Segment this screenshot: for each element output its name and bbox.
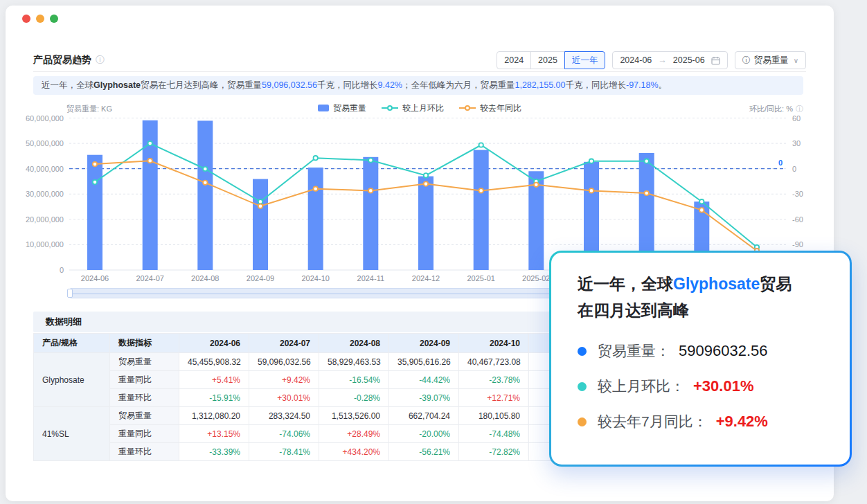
value-cell: -0.28% — [319, 389, 389, 407]
header-divider — [33, 71, 806, 72]
insight-popup: 近一年，全球Glyphosate贸易在四月达到高峰 贸易重量：59096032.… — [549, 251, 852, 467]
year-filter-2024[interactable]: 2024 — [497, 51, 531, 69]
svg-text:2024-06: 2024-06 — [81, 274, 109, 282]
svg-text:2024-08: 2024-08 — [191, 274, 219, 282]
svg-text:30: 30 — [792, 139, 801, 147]
summary-banner: 近一年，全球Glyphosate贸易在七月达到高峰，贸易重量59,096,032… — [33, 76, 803, 95]
summary-segment: 9.42% — [378, 80, 402, 90]
svg-text:30,000,000: 30,000,000 — [26, 190, 64, 198]
value-cell: -78.41% — [249, 443, 319, 461]
summary-segment: -97.18% — [626, 80, 659, 90]
bullet-dot-icon — [578, 347, 587, 356]
metric-cell: 重量环比 — [110, 443, 179, 461]
popup-metric-item: 较去年7月同比：+9.42% — [578, 412, 832, 431]
column-header: 2024-09 — [389, 334, 459, 353]
bullet-dot-icon — [578, 382, 587, 391]
value-cell: 662,704.24 — [389, 407, 459, 425]
calendar-icon — [711, 56, 720, 65]
metric-cell: 贸易重量 — [110, 353, 179, 371]
popup-metric-label: 较去年7月同比： — [598, 412, 708, 431]
value-cell: -15.91% — [179, 389, 249, 407]
minimize-window-button[interactable] — [36, 15, 44, 23]
value-cell: 59,096,032.56 — [249, 353, 319, 371]
value-cell: -33.39% — [179, 443, 249, 461]
info-circle-icon: ⓘ — [742, 55, 751, 66]
svg-text:0: 0 — [792, 165, 796, 173]
svg-text:50,000,000: 50,000,000 — [26, 139, 64, 147]
svg-text:0: 0 — [778, 159, 783, 167]
page-title-text: 产品贸易趋势 — [33, 54, 91, 66]
insight-popup-body: 近一年，全球Glyphosate贸易在四月达到高峰 贸易重量：59096032.… — [551, 253, 850, 465]
svg-text:2024-11: 2024-11 — [357, 274, 385, 282]
value-cell: -16.54% — [319, 371, 389, 389]
column-header: 数据指标 — [110, 334, 179, 353]
zoom-slider-handle[interactable] — [67, 289, 73, 298]
product-cell: 41%SL — [34, 407, 110, 461]
popup-metric-value: +30.01% — [693, 377, 753, 395]
year-filter-2025[interactable]: 2025 — [530, 51, 565, 69]
popup-title-line: 在四月达到高峰 — [578, 297, 832, 323]
value-cell: -39.07% — [389, 389, 459, 407]
metric-cell: 重量同比 — [110, 425, 179, 443]
product-cell: Glyphosate — [34, 353, 110, 407]
data-table: 产品/规格数据指标2024-062024-072024-082024-09202… — [33, 333, 599, 461]
popup-title-segment: Glyphosate — [673, 275, 760, 293]
maximize-window-button[interactable] — [50, 15, 58, 23]
value-cell: -20.00% — [389, 425, 459, 443]
popup-metric-value: 59096032.56 — [679, 342, 767, 360]
popup-title-segment: 在四月达到高峰 — [578, 301, 689, 319]
value-cell: -56.21% — [389, 443, 459, 461]
summary-segment: 千克，同比增长 — [317, 80, 378, 90]
value-cell: 40,467,723.08 — [459, 353, 529, 371]
svg-text:10,000,000: 10,000,000 — [26, 240, 64, 249]
popup-metric-label: 贸易重量： — [598, 341, 670, 361]
header-controls: 2024 2025 近一年 2024-06 → 2025-06 ⓘ 贸易重量 ∨ — [497, 51, 806, 69]
metric-dropdown-label: 贸易重量 — [754, 55, 789, 66]
popup-title: 近一年，全球Glyphosate贸易在四月达到高峰 — [578, 271, 832, 323]
svg-text:0: 0 — [60, 266, 64, 274]
year-filter-recent[interactable]: 近一年 — [564, 51, 606, 69]
value-cell: +30.01% — [249, 389, 319, 407]
value-cell: -44.42% — [389, 371, 459, 389]
metric-dropdown[interactable]: ⓘ 贸易重量 ∨ — [735, 51, 806, 69]
value-cell: 58,929,463.53 — [319, 353, 389, 371]
table-section-title: 数据明细 — [46, 316, 82, 327]
close-window-button[interactable] — [22, 15, 30, 23]
arrow-right-icon: → — [658, 55, 667, 65]
svg-text:20,000,000: 20,000,000 — [26, 215, 64, 224]
value-cell: +434.20% — [319, 443, 389, 461]
summary-segment: 1,282,155.00 — [515, 80, 565, 90]
date-end: 2025-06 — [673, 55, 705, 65]
table-row: 重量环比-33.39%-78.41%+434.20%-56.21%-72.82% — [34, 443, 599, 461]
popup-title-line: 近一年，全球Glyphosate贸易 — [578, 271, 832, 297]
value-cell: -72.82% — [459, 443, 529, 461]
column-header: 2024-10 — [459, 334, 529, 353]
summary-segment: 贸易在七月达到高峰，贸易重量 — [141, 80, 262, 90]
svg-text:2024-09: 2024-09 — [247, 274, 274, 282]
svg-text:2025-02: 2025-02 — [522, 274, 550, 282]
value-cell: +5.41% — [179, 371, 249, 389]
table-row: 重量同比+13.15%-74.06%+28.49%-20.00%-74.48% — [34, 425, 599, 443]
popup-items: 贸易重量：59096032.56较上月环比：+30.01%较去年7月同比：+9.… — [578, 341, 832, 431]
svg-text:40,000,000: 40,000,000 — [26, 165, 64, 173]
date-start: 2024-06 — [620, 55, 652, 65]
value-cell: 1,513,526.00 — [319, 407, 389, 425]
value-cell: 180,105.80 — [459, 407, 529, 425]
svg-text:2024-07: 2024-07 — [136, 274, 164, 282]
value-cell: +28.49% — [319, 425, 389, 443]
summary-segment: ；全年低峰为六月，贸易重量 — [402, 80, 515, 90]
popup-metric-item: 贸易重量：59096032.56 — [578, 341, 832, 361]
column-header: 2024-06 — [179, 334, 249, 353]
date-range-picker[interactable]: 2024-06 → 2025-06 — [612, 51, 727, 69]
value-cell: +12.71% — [459, 389, 529, 407]
page-header: 产品贸易趋势 ⓘ 2024 2025 近一年 2024-06 → 2025-06… — [33, 50, 806, 71]
value-cell: 45,455,908.32 — [179, 353, 249, 371]
value-cell: 1,312,080.20 — [179, 407, 249, 425]
value-cell: +13.15% — [179, 425, 249, 443]
metric-cell: 重量环比 — [110, 389, 179, 407]
summary-segment: Glyphosate — [93, 80, 141, 90]
value-cell: -23.78% — [459, 371, 529, 389]
popup-title-segment: 贸易 — [760, 275, 792, 293]
info-icon[interactable]: ⓘ — [96, 54, 105, 66]
table-row: 41%SL贸易重量1,312,080.20283,324.501,513,526… — [34, 407, 599, 425]
